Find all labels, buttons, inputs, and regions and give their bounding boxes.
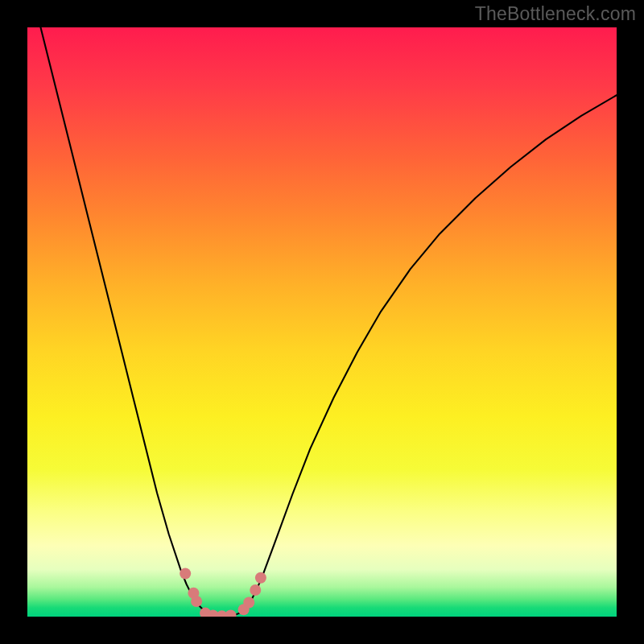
marker-dot (191, 596, 202, 607)
curve-markers (180, 568, 266, 617)
plot-area (27, 27, 617, 617)
chart-svg (27, 27, 617, 617)
marker-dot (225, 610, 237, 617)
bottleneck-curve (27, 27, 617, 616)
marker-dot (243, 597, 254, 608)
marker-dot (250, 584, 261, 596)
marker-dot (180, 568, 191, 580)
chart-frame: TheBottleneck.com (0, 0, 644, 644)
marker-dot (255, 572, 266, 584)
watermark-text: TheBottleneck.com (475, 3, 636, 25)
